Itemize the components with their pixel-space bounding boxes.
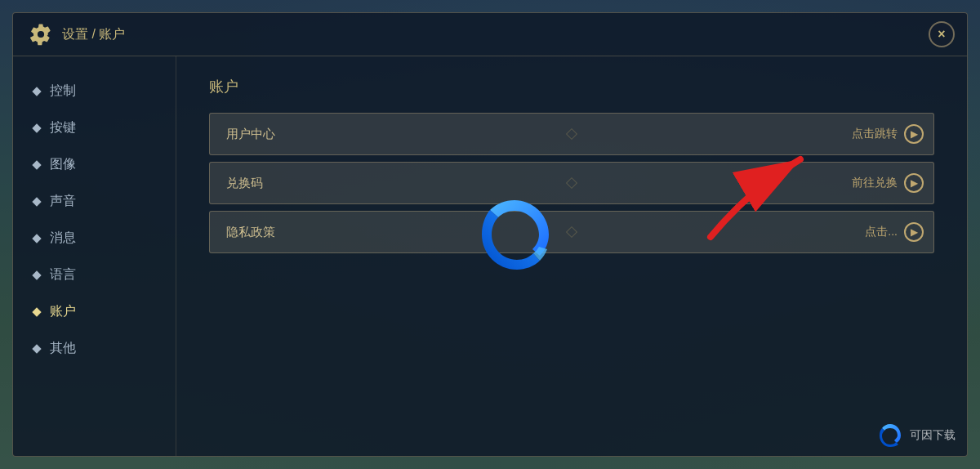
privacy-policy-action-text: 点击... [865, 225, 898, 239]
chevron-right-icon: ▶ [904, 222, 924, 242]
privacy-policy-action: 点击... ▶ [865, 222, 933, 242]
diamond-icon [32, 87, 41, 96]
watermark: 可因下载 [877, 422, 956, 449]
content-title: 账户 [209, 77, 934, 96]
diamond-icon [32, 160, 41, 169]
sidebar-item-account[interactable]: 账户 [13, 293, 176, 330]
gear-icon [29, 23, 52, 46]
settings-header: 设置 / 账户 × [13, 13, 967, 56]
user-center-action-text: 点击跳转 [852, 127, 898, 141]
user-center-label: 用户中心 [210, 127, 852, 142]
watermark-logo [877, 422, 903, 449]
sidebar-label-language: 语言 [50, 266, 76, 284]
content-area: 账户 用户中心 点击跳转 ▶ 兑换码 前往兑换 ▶ [176, 56, 967, 456]
sidebar-item-keys[interactable]: 按键 [13, 109, 176, 146]
chevron-right-icon: ▶ [904, 124, 924, 144]
sidebar-label-sound: 声音 [50, 193, 76, 210]
sidebar-item-message[interactable]: 消息 [13, 220, 176, 257]
privacy-policy-row[interactable]: 隐私政策 点击... ▶ [209, 211, 934, 253]
privacy-policy-label: 隐私政策 [210, 225, 865, 240]
sidebar-label-message: 消息 [50, 230, 76, 247]
redeem-code-action-text: 前往兑换 [852, 176, 898, 190]
sidebar-label-image: 图像 [50, 156, 76, 173]
diamond-icon [32, 123, 41, 132]
close-button[interactable]: × [929, 21, 955, 47]
chevron-right-icon: ▶ [904, 173, 924, 193]
breadcrumb: 设置 / 账户 [62, 26, 125, 43]
sidebar-item-other[interactable]: 其他 [13, 330, 176, 367]
diamond-icon [32, 270, 41, 279]
sidebar-label-keys: 按键 [50, 119, 76, 136]
sidebar-label-other: 其他 [50, 340, 76, 357]
diamond-icon [32, 197, 41, 206]
diamond-icon [32, 344, 41, 353]
sidebar-item-control[interactable]: 控制 [13, 73, 176, 109]
close-icon: × [938, 27, 945, 42]
sidebar-item-sound[interactable]: 声音 [13, 183, 176, 220]
sidebar: 控制 按键 图像 声音 消息 语言 [13, 56, 176, 456]
redeem-code-label: 兑换码 [210, 176, 852, 191]
redeem-code-row[interactable]: 兑换码 前往兑换 ▶ [209, 162, 934, 204]
sidebar-label-control: 控制 [50, 83, 76, 100]
diamond-icon [32, 307, 41, 316]
sidebar-label-account: 账户 [50, 303, 76, 320]
diamond-icon [32, 234, 41, 243]
sidebar-item-language[interactable]: 语言 [13, 257, 176, 293]
user-center-row[interactable]: 用户中心 点击跳转 ▶ [209, 113, 934, 155]
user-center-action: 点击跳转 ▶ [852, 124, 933, 144]
watermark-text: 可因下载 [910, 428, 956, 443]
settings-body: 控制 按键 图像 声音 消息 语言 [13, 56, 967, 456]
sidebar-item-image[interactable]: 图像 [13, 146, 176, 183]
redeem-code-action: 前往兑换 ▶ [852, 173, 933, 193]
settings-panel: 设置 / 账户 × 控制 按键 图像 声音 [12, 12, 968, 457]
